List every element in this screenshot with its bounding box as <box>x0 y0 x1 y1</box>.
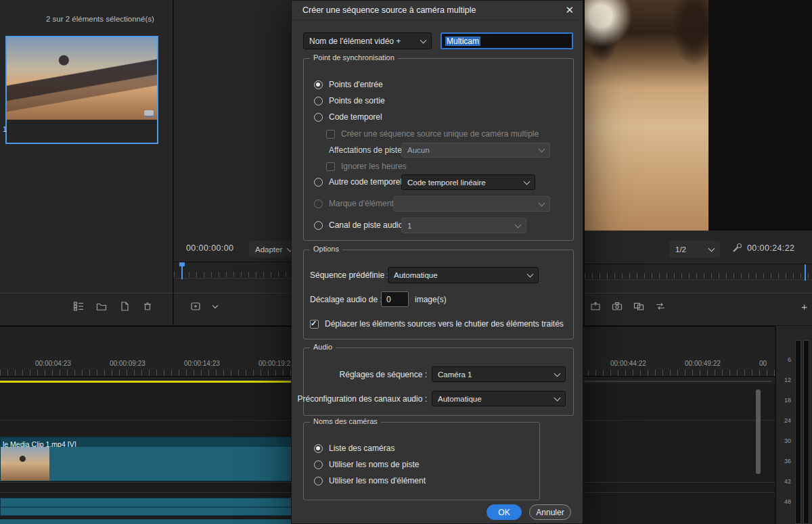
lift-icon[interactable] <box>590 301 601 314</box>
group-legend: Audio <box>310 343 336 351</box>
radio-other-timecode[interactable]: Autre code temporel <box>314 175 402 189</box>
add-button[interactable]: + <box>801 301 807 312</box>
radio-out-points[interactable]: Points de sortie <box>314 94 385 108</box>
audio-channels-preset-select[interactable]: Automatique <box>432 391 566 406</box>
program-ruler[interactable] <box>585 264 812 280</box>
group-legend: Point de synchronisation <box>310 53 398 62</box>
trash-icon[interactable] <box>142 301 153 314</box>
timeline-clip-name: le Media Clip 1.mp4 [V] <box>1 440 76 447</box>
source-monitor-panel: 00:00:00:00 Adapter <box>174 0 291 325</box>
sequence-settings-select[interactable]: Caméra 1 <box>432 366 566 382</box>
other-timecode-select[interactable]: Code temporel linéaire <box>401 174 535 190</box>
extract-icon[interactable] <box>655 301 666 314</box>
radio-icon <box>314 221 323 230</box>
radio-icon <box>314 113 323 122</box>
checkbox-move-source-clips[interactable]: Déplacer les éléments sources vers le ch… <box>310 317 564 331</box>
meter-scale-label: 6 <box>776 356 791 363</box>
multicam-dialog: Créer une séquence source à caméra multi… <box>291 0 583 524</box>
chevron-down-icon <box>420 37 427 43</box>
project-panel: 2 sur 2 éléments sélectionné(s) 1 <box>0 0 173 325</box>
clip-frame-thumbnail <box>1 447 49 481</box>
sequence-name-input[interactable]: Multicam <box>441 32 573 49</box>
close-icon[interactable]: ✕ <box>565 4 574 16</box>
waveform-centerline <box>1 506 296 508</box>
list-view-icon[interactable] <box>73 301 84 314</box>
source-toolbar <box>174 293 291 325</box>
ruler-ticks <box>585 273 812 279</box>
clip-name-strip: 1 <box>7 120 157 143</box>
in-out-range-bar[interactable] <box>0 381 292 383</box>
checkbox-icon <box>310 320 319 329</box>
program-toolbar: + <box>585 293 812 325</box>
video-name-preset-select[interactable]: Nom de l'élément vidéo + <box>303 32 432 49</box>
export-frame-icon[interactable] <box>612 301 623 314</box>
ruler-label: 00 <box>759 360 767 367</box>
radio-track-names[interactable]: Utiliser les noms de piste <box>314 458 419 471</box>
selected-text: Multicam <box>445 37 480 46</box>
radio-timecode[interactable]: Code temporel <box>314 110 382 124</box>
clip-usage-badge-icon <box>144 110 154 118</box>
ruler-label: 00:00:09:23 <box>110 360 145 367</box>
radio-clip-names[interactable]: Utiliser les noms d'élément <box>314 474 426 487</box>
ok-button[interactable]: OK <box>487 504 522 520</box>
source-timecode[interactable]: 00:00:00:00 <box>186 243 233 253</box>
audio-channel-select[interactable]: 1 <box>401 218 526 233</box>
checkbox-unique-multicam[interactable]: Créer une séquence source unique de camé… <box>326 127 539 141</box>
radio-audio-track-channel[interactable]: Canal de piste audio <box>314 218 403 232</box>
meter-scale-label: 12 <box>776 377 791 383</box>
radio-icon <box>314 80 323 89</box>
ruler-label: 00:00:49:22 <box>685 360 721 367</box>
clip-thumbnail <box>7 37 157 120</box>
source-zoom-select[interactable]: Adapter <box>249 241 296 258</box>
timeline-audio-clip[interactable] <box>0 498 296 516</box>
radio-in-points[interactable]: Points d'entrée <box>314 78 383 91</box>
track-assign-select[interactable]: Aucun <box>401 143 550 158</box>
timeline-vscrollbar[interactable] <box>756 389 761 474</box>
meter-scale-label: 36 <box>776 458 791 465</box>
cancel-button[interactable]: Annuler <box>529 504 571 520</box>
program-playhead[interactable] <box>805 264 806 281</box>
meter-scale-label: 48 <box>776 498 791 505</box>
new-item-icon[interactable] <box>119 301 130 314</box>
chevron-down-icon <box>708 245 715 252</box>
program-monitor-panel: 1/2 00:00:24:22 + <box>584 0 812 325</box>
meter-scale-label: 42 <box>776 478 791 485</box>
audio-meter-bar-right <box>803 340 809 524</box>
meter-scale-label: 18 <box>776 397 791 404</box>
checkbox-icon <box>326 162 335 171</box>
source-playhead[interactable] <box>181 262 183 279</box>
group-legend: Options <box>310 245 342 253</box>
clip-title-strip: le Media Clip 1.mp4 [V] <box>1 437 296 447</box>
playback-resolution-select[interactable]: 1/2 <box>669 241 720 258</box>
radio-clip-marker[interactable]: Marque d'élément <box>314 197 394 210</box>
audio-meters-panel: 6 12 18 24 30 36 42 48 <box>775 326 812 524</box>
program-video-frame <box>585 0 708 231</box>
timeline-video-clip[interactable]: le Media Clip 1.mp4 [V] <box>0 437 296 481</box>
dialog-title: Créer une séquence source à caméra multi… <box>302 5 476 15</box>
chevron-down-icon <box>515 221 522 228</box>
sequence-preset-select[interactable]: Automatique <box>388 267 539 283</box>
project-clip-card[interactable]: 1 <box>5 36 158 144</box>
bin-icon[interactable] <box>96 301 107 314</box>
ruler-label: 00:00:04:23 <box>35 360 71 367</box>
checkbox-ignore-hours[interactable]: Ignorer les heures <box>326 160 407 173</box>
selection-status: 2 sur 2 éléments sélectionné(s) <box>46 15 154 23</box>
chevron-down-icon[interactable] <box>212 303 218 308</box>
source-ruler[interactable] <box>174 262 291 279</box>
titlebar-divider <box>292 20 583 20</box>
ruler-label: 00:00:19:23 <box>258 360 294 367</box>
clip-marker-select[interactable] <box>393 196 550 212</box>
meter-scale-label: 30 <box>776 437 791 444</box>
track-assign-label: Affectations de piste : <box>329 145 397 155</box>
button-editor-icon[interactable] <box>190 301 201 314</box>
comparison-view-icon[interactable] <box>633 301 644 314</box>
group-legend: Noms des caméras <box>310 417 381 425</box>
chevron-down-icon <box>524 178 531 185</box>
wrench-icon[interactable] <box>731 242 743 256</box>
radio-camera-list[interactable]: Liste des caméras <box>314 442 394 455</box>
audio-offset-input[interactable]: 0 <box>381 291 409 307</box>
premiere-app-window: 2 sur 2 éléments sélectionné(s) 1 <box>0 0 812 524</box>
timeline-audio-clip-2[interactable] <box>0 519 296 524</box>
scroll-bar-track[interactable] <box>584 381 771 382</box>
audio-meter-bar-left <box>795 340 801 524</box>
